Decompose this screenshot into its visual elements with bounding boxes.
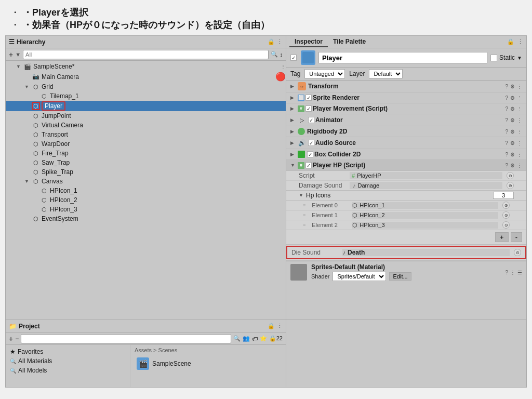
tree-item-hpicon1[interactable]: ⬡ HPIcon_1 [6, 186, 286, 195]
all-materials-label: All Materials [18, 357, 52, 365]
audio-settings-icon[interactable]: ⚙ [510, 140, 515, 146]
element0-target-picker[interactable]: ⊙ [502, 202, 510, 209]
tree-item-grid[interactable]: ▼ ⬡ Grid [6, 82, 286, 91]
tree-item-maincamera[interactable]: 📷 Main Camera 🔴 [6, 71, 286, 82]
project-tool4-icon[interactable]: ⭐ [260, 335, 267, 342]
samplescene-dots[interactable]: ⋮ [281, 64, 286, 70]
transform-settings-icon[interactable]: ⚙ [510, 84, 515, 89]
tree-item-eventsystem[interactable]: ⬡ EventSystem [6, 214, 286, 223]
static-arrow[interactable]: ▼ [517, 55, 522, 61]
tab-inspector[interactable]: Inspector [289, 37, 328, 47]
tree-item-tilemap[interactable]: ⬡ Tilemap_1 [6, 91, 286, 101]
inspector-panel: Inspector Tile Palette 🔒 ⋮ ✓ Static ▼ [286, 36, 526, 320]
project-tool3-icon[interactable]: 🏷 [252, 336, 258, 342]
element2-target-picker[interactable]: ⊙ [502, 221, 510, 229]
component-audio-source[interactable]: ▶ 🔊 ✓ Audio Source ? ⚙ ⋮ [286, 137, 526, 149]
tree-item-spiketrap[interactable]: ⬡ Spike_Trap [6, 167, 286, 177]
hierarchy-lock-icon[interactable]: 🔒 [268, 38, 275, 45]
hierarchy-search-input[interactable] [23, 50, 268, 59]
collider-help-icon[interactable]: ? [505, 152, 508, 157]
tree-item-transport[interactable]: ⬡ Transport [6, 130, 286, 139]
rb-help-icon[interactable]: ? [505, 129, 508, 135]
tree-item-warpdoor[interactable]: ⬡ WarpDoor [6, 139, 286, 149]
project-add-button[interactable]: + [9, 335, 13, 343]
tree-item-firetrap[interactable]: ⬡ Fire_Trap [6, 149, 286, 158]
transform-help-icon[interactable]: ? [505, 84, 508, 89]
tree-item-jumppoint[interactable]: ⬡ JumpPoint [6, 111, 286, 121]
material-help-icon[interactable]: ? [505, 270, 508, 275]
collider-checkbox[interactable]: ✓ [307, 151, 313, 157]
animator-settings-icon[interactable]: ⚙ [510, 117, 515, 123]
project-tool1-icon[interactable]: 🔍 [233, 335, 241, 342]
component-transform[interactable]: ▶ ↔ Transform ? ⚙ ⋮ [286, 81, 526, 92]
component-player-movement[interactable]: ▶ # ✓ Player Movement (Script) ? ⚙ ⋮ [286, 103, 526, 114]
inspector-dots-icon[interactable]: ⋮ [517, 38, 523, 45]
material-list-icon[interactable]: ☰ [517, 270, 522, 275]
inspector-lock-icon[interactable]: 🔒 [507, 38, 514, 45]
component-animator[interactable]: ▶ ▷ ✓ Animator ? ⚙ ⋮ [286, 114, 526, 126]
project-tool2-icon[interactable]: 👥 [243, 335, 250, 342]
playerhp-settings-icon[interactable]: ⚙ [510, 163, 515, 168]
edit-shader-button[interactable]: Edit... [389, 272, 411, 281]
component-boxcollider2d[interactable]: ▶ ✓ Box Collider 2D ? ⚙ ⋮ [286, 149, 526, 160]
tree-item-hpicon3[interactable]: ⬡ HPIcon_3 [6, 205, 286, 214]
tree-item-player[interactable]: ⬡ Player [6, 101, 286, 111]
sprite-checkbox[interactable]: ✓ [305, 95, 312, 101]
element1-target-picker[interactable]: ⊙ [502, 211, 510, 219]
tree-item-canvas[interactable]: ▼ ⬡ Canvas [6, 177, 286, 186]
tree-item-samplescene[interactable]: ▼ 🎬 SampleScene* ⋮ [6, 62, 286, 71]
animator-help-icon[interactable]: ? [505, 117, 508, 123]
playermovement-dots-icon[interactable]: ⋮ [517, 106, 522, 112]
hierarchy-add-button[interactable]: + [9, 50, 13, 59]
animator-dots-icon[interactable]: ⋮ [517, 117, 522, 123]
rb-dots-icon[interactable]: ⋮ [517, 129, 522, 135]
tree-item-hpicon2[interactable]: ⬡ HPIcon_2 [6, 195, 286, 205]
shader-select[interactable]: Sprites/Default [332, 272, 386, 281]
project-lock-icon[interactable]: 🔒 [268, 323, 275, 329]
damage-sound-target-picker[interactable]: ⊙ [507, 182, 514, 189]
layer-select[interactable]: Default [369, 69, 403, 78]
playerhp-help-icon[interactable]: ? [505, 163, 508, 168]
sprite-dots-icon[interactable]: ⋮ [517, 95, 522, 101]
component-sprite-renderer[interactable]: ▶ ⬜ ✓ Sprite Renderer ? ⚙ ⋮ [286, 92, 526, 103]
static-checkbox[interactable] [490, 55, 497, 61]
script-target-picker[interactable]: ⊙ [507, 172, 514, 179]
animator-checkbox[interactable]: ✓ [308, 117, 314, 123]
tab-tile-palette[interactable]: Tile Palette [328, 37, 371, 47]
tree-item-virtualcamera[interactable]: ⬡ Virtual Camera [6, 121, 286, 130]
transform-dots-icon[interactable]: ⋮ [517, 84, 522, 89]
tree-item-sawtrap[interactable]: ⬡ Saw_Trap [6, 158, 286, 167]
playerhp-dots-icon[interactable]: ⋮ [517, 163, 522, 168]
project-all-models[interactable]: 🔍 All Models [6, 366, 130, 375]
remove-element-button[interactable]: - [511, 232, 522, 242]
material-dots-icon[interactable]: ⋮ [510, 270, 515, 275]
audio-checkbox[interactable]: ✓ [308, 140, 314, 146]
component-playerhp[interactable]: ▼ # ✓ Player HP (Script) ? ⚙ ⋮ [286, 160, 526, 171]
scene-item-samplescene[interactable]: 🎬 SampleScene [135, 355, 282, 372]
die-sound-target-picker[interactable]: ⊙ [514, 249, 521, 256]
playerhp-checkbox[interactable]: ✓ [305, 162, 312, 168]
tag-select[interactable]: Untagged [304, 69, 345, 78]
audio-help-icon[interactable]: ? [505, 140, 508, 146]
playermovement-checkbox[interactable]: ✓ [305, 105, 312, 112]
playermovement-help-icon[interactable]: ? [505, 106, 508, 112]
hp-icons-count-input[interactable] [493, 192, 514, 199]
component-rigidbody2d[interactable]: ▶ Rigidbody 2D ? ⚙ ⋮ [286, 126, 526, 137]
player-name-input[interactable] [318, 52, 487, 63]
hierarchy-sort-icon[interactable]: ↕ [280, 51, 283, 58]
collider-settings-icon[interactable]: ⚙ [510, 152, 515, 157]
playermovement-settings-icon[interactable]: ⚙ [510, 106, 515, 112]
project-search-input[interactable] [21, 334, 231, 343]
collider-dots-icon[interactable]: ⋮ [517, 152, 522, 157]
project-favorites-header[interactable]: ★ Favorites [6, 347, 130, 356]
rb-settings-icon[interactable]: ⚙ [510, 129, 515, 135]
sprite-help-icon[interactable]: ? [505, 95, 508, 101]
add-element-button[interactable]: + [495, 232, 509, 242]
project-all-materials[interactable]: 🔍 All Materials [6, 356, 130, 366]
project-dots-icon[interactable]: ⋮ [277, 323, 283, 329]
hierarchy-dots-icon[interactable]: ⋮ [277, 38, 283, 45]
project-subtract-button[interactable]: − [15, 335, 19, 342]
sprite-settings-icon[interactable]: ⚙ [510, 95, 515, 101]
audio-dots-icon[interactable]: ⋮ [517, 140, 522, 146]
player-active-checkbox[interactable]: ✓ [290, 55, 297, 61]
